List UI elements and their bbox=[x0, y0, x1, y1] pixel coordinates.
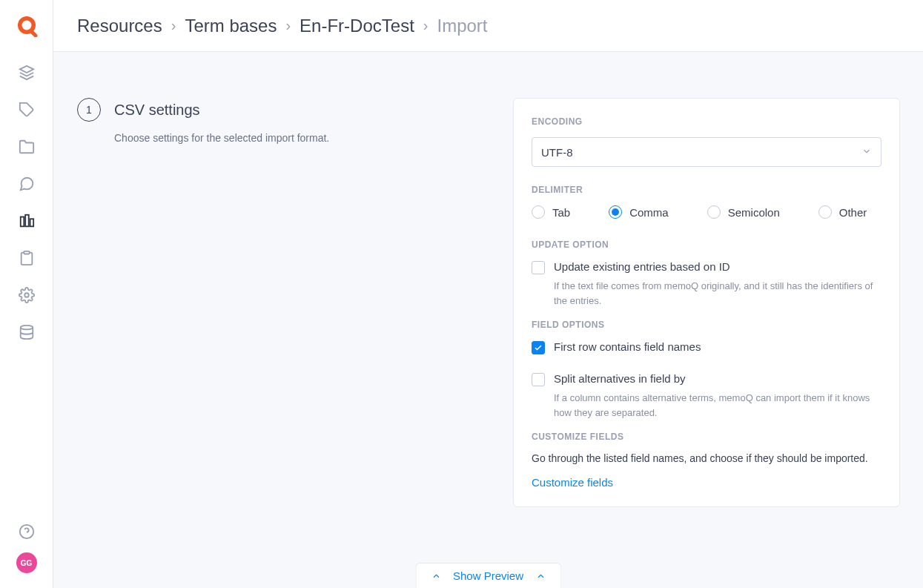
split-desc: If a column contains alternative terms, … bbox=[554, 391, 881, 420]
help-icon[interactable] bbox=[18, 523, 36, 541]
radio-other[interactable]: Other bbox=[818, 205, 867, 219]
avatar[interactable]: GG bbox=[16, 552, 37, 573]
gear-icon[interactable] bbox=[18, 286, 36, 304]
breadcrumb-termbases[interactable]: Term bases bbox=[185, 16, 277, 36]
radio-semicolon-label: Semicolon bbox=[728, 206, 780, 219]
update-option-label: UPDATE OPTION bbox=[532, 240, 881, 250]
breadcrumb: Resources › Term bases › En-Fr-DocTest ›… bbox=[77, 16, 487, 36]
customize-text: Go through the listed field names, and c… bbox=[532, 452, 881, 464]
firstrow-label: First row contains field names bbox=[554, 340, 701, 353]
update-desc: If the text file comes from memoQ origin… bbox=[554, 279, 881, 308]
content: 1 CSV settings Choose settings for the s… bbox=[53, 52, 923, 588]
svg-point-8 bbox=[24, 293, 29, 297]
header: Resources › Term bases › En-Fr-DocTest ›… bbox=[53, 0, 923, 52]
customize-label: CUSTOMIZE FIELDS bbox=[532, 432, 881, 442]
layers-icon[interactable] bbox=[18, 64, 36, 82]
chevron-right-icon: › bbox=[285, 17, 291, 34]
sidebar: GG bbox=[0, 0, 53, 588]
nav-items bbox=[18, 64, 36, 341]
field-options-label: FIELD OPTIONS bbox=[532, 320, 881, 330]
svg-rect-6 bbox=[30, 219, 33, 226]
radio-tab-label: Tab bbox=[552, 206, 570, 219]
chevron-right-icon: › bbox=[171, 17, 176, 34]
reports-icon[interactable] bbox=[18, 212, 36, 230]
step-number: 1 bbox=[77, 98, 101, 122]
database-icon[interactable] bbox=[18, 323, 36, 341]
clipboard-icon[interactable] bbox=[18, 249, 36, 267]
firstrow-checkbox[interactable] bbox=[532, 341, 545, 354]
step-title: CSV settings bbox=[114, 102, 200, 119]
radio-other-label: Other bbox=[839, 206, 867, 219]
breadcrumb-current: Import bbox=[437, 16, 487, 36]
update-checkbox-label: Update existing entries based on ID bbox=[554, 260, 730, 273]
chevron-up-icon bbox=[431, 571, 441, 581]
radio-dot-icon bbox=[532, 205, 545, 219]
svg-rect-7 bbox=[24, 251, 29, 254]
radio-comma[interactable]: Comma bbox=[609, 205, 669, 219]
radio-comma-label: Comma bbox=[629, 206, 669, 219]
radio-dot-icon bbox=[707, 205, 721, 219]
step-info: 1 CSV settings Choose settings for the s… bbox=[77, 98, 477, 144]
settings-panel: ENCODING UTF-8 DELIMITER Tab Comma bbox=[513, 98, 900, 507]
radio-dot-icon bbox=[609, 205, 622, 219]
main: Resources › Term bases › En-Fr-DocTest ›… bbox=[53, 0, 923, 588]
radio-semicolon[interactable]: Semicolon bbox=[707, 205, 780, 219]
chevron-right-icon: › bbox=[423, 17, 429, 34]
show-preview-button[interactable]: Show Preview bbox=[415, 563, 561, 588]
radio-dot-icon bbox=[818, 205, 832, 219]
radio-tab[interactable]: Tab bbox=[532, 205, 570, 219]
chat-icon[interactable] bbox=[18, 175, 36, 193]
sidebar-bottom: GG bbox=[16, 523, 37, 588]
delimiter-label: DELIMITER bbox=[532, 185, 881, 195]
svg-point-1 bbox=[21, 21, 31, 30]
svg-point-9 bbox=[20, 326, 33, 330]
encoding-label: ENCODING bbox=[532, 116, 881, 127]
show-preview-label: Show Preview bbox=[453, 569, 523, 582]
update-checkbox[interactable] bbox=[532, 261, 545, 274]
svg-rect-4 bbox=[20, 217, 24, 227]
encoding-value: UTF-8 bbox=[541, 146, 573, 159]
breadcrumb-project[interactable]: En-Fr-DocTest bbox=[300, 16, 414, 36]
step-subtitle: Choose settings for the selected import … bbox=[114, 132, 477, 144]
svg-marker-2 bbox=[19, 66, 33, 73]
chevron-up-icon bbox=[535, 571, 546, 581]
tag-icon[interactable] bbox=[18, 101, 36, 119]
svg-rect-5 bbox=[25, 215, 29, 227]
encoding-select[interactable]: UTF-8 bbox=[532, 137, 881, 167]
customize-link[interactable]: Customize fields bbox=[532, 476, 881, 489]
split-checkbox[interactable] bbox=[532, 373, 545, 386]
breadcrumb-resources[interactable]: Resources bbox=[77, 16, 162, 36]
folder-icon[interactable] bbox=[18, 138, 36, 156]
chevron-down-icon bbox=[861, 146, 872, 159]
split-label: Split alternatives in field by bbox=[554, 372, 686, 385]
delimiter-options: Tab Comma Semicolon Other bbox=[532, 205, 881, 219]
logo-icon[interactable] bbox=[16, 15, 38, 37]
